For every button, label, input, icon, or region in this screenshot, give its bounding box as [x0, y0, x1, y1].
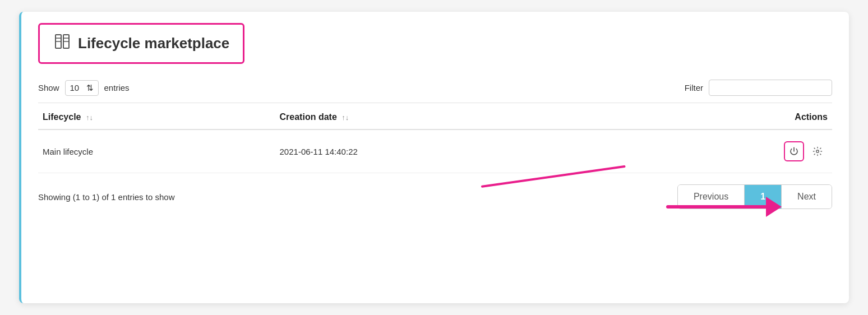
filter-label: Filter: [685, 83, 703, 92]
header: Lifecycle marketplace: [21, 12, 849, 73]
arrow-head: [766, 197, 782, 217]
title-box: Lifecycle marketplace: [38, 23, 244, 64]
entries-select[interactable]: 10 ⇅: [65, 80, 99, 96]
table-header-row: Lifecycle ↑↓ Creation date ↑↓ Actions: [38, 103, 832, 129]
power-button[interactable]: [784, 141, 804, 161]
gear-button[interactable]: [807, 141, 828, 161]
showing-text: Showing (1 to 1) of 1 entries to show: [38, 192, 174, 202]
col-lifecycle: Lifecycle ↑↓: [38, 103, 275, 129]
cell-lifecycle-name: Main lifecycle: [38, 129, 275, 173]
filter-input[interactable]: [709, 80, 832, 96]
entries-label: entries: [104, 83, 130, 92]
book-icon: [53, 33, 71, 54]
entries-value: 10: [70, 83, 80, 92]
cell-actions: [622, 129, 832, 173]
arrow-line: [666, 205, 767, 209]
col-actions: Actions: [622, 103, 832, 129]
cell-creation-date: 2021-06-11 14:40:22: [275, 129, 622, 173]
main-card: Lifecycle marketplace Show 10 ⇅ entries …: [19, 12, 849, 303]
show-label: Show: [38, 83, 59, 92]
sort-lifecycle-icon[interactable]: ↑↓: [86, 113, 93, 122]
show-entries-group: Show 10 ⇅ entries: [38, 80, 130, 96]
controls-row: Show 10 ⇅ entries Filter: [21, 73, 849, 103]
page-title: Lifecycle marketplace: [78, 35, 229, 52]
filter-group: Filter: [685, 80, 832, 96]
sort-date-icon[interactable]: ↑↓: [341, 113, 349, 122]
table-container: Lifecycle ↑↓ Creation date ↑↓ Actions Ma…: [21, 103, 849, 173]
spinner-icon: ⇅: [86, 83, 94, 93]
col-creation-date: Creation date ↑↓: [275, 103, 622, 129]
table-row: Main lifecycle 2021-06-11 14:40:22: [38, 129, 832, 173]
lifecycle-table: Lifecycle ↑↓ Creation date ↑↓ Actions Ma…: [38, 103, 832, 173]
annotation-arrow: [666, 197, 782, 217]
svg-point-6: [816, 150, 819, 153]
next-button[interactable]: Next: [782, 185, 832, 209]
